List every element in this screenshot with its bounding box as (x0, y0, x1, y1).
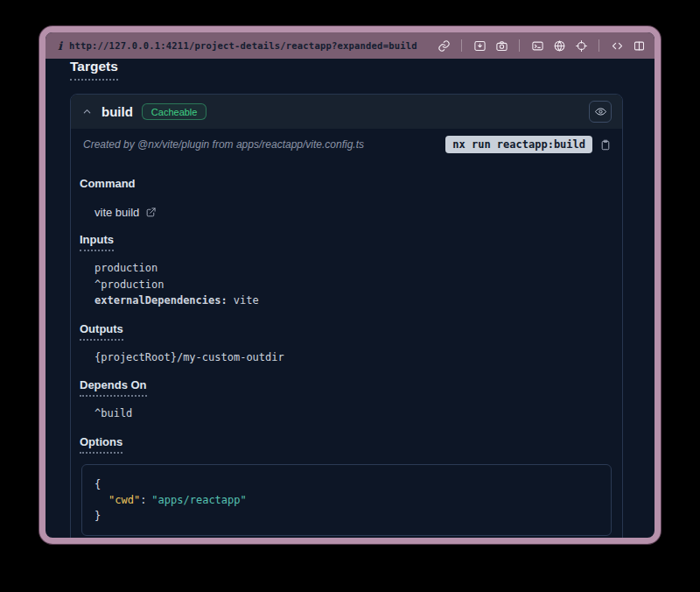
info-icon: i (58, 39, 62, 53)
section-inputs: Inputs (80, 233, 114, 251)
run-command-chip: nx run reactapp:build (445, 136, 592, 153)
toolbar: i http://127.0.0.1:4211/project-details/… (46, 32, 654, 59)
list-item: externalDependencies:vite (94, 292, 613, 309)
options-code-block: { "cwd":"apps/reactapp" } (81, 464, 612, 536)
section-options: Options (80, 435, 122, 454)
outputs-list: {projectRoot}/my-custom-outdir (94, 349, 613, 366)
list-item: ^production (94, 277, 613, 293)
screenshot-icon[interactable] (472, 39, 486, 53)
depends-on-list: ^build (94, 405, 613, 422)
created-by-text: Created by @nx/vite/plugin from apps/rea… (83, 138, 364, 151)
code-line: } (94, 508, 598, 524)
copy-icon[interactable] (599, 138, 612, 152)
list-item: {projectRoot}/my-custom-outdir (94, 349, 613, 366)
project-details-page: Targets build Cacheable Created by @nx/v… (46, 59, 654, 538)
terminal-icon[interactable] (530, 39, 544, 53)
section-depends-on: Depends On (80, 378, 147, 397)
toolbar-actions (437, 39, 646, 53)
link-icon[interactable] (437, 39, 451, 53)
code-icon[interactable] (610, 39, 624, 53)
chevron-up-icon[interactable] (81, 106, 93, 117)
created-by-row: Created by @nx/vite/plugin from apps/rea… (71, 129, 622, 159)
list-item: production (94, 260, 613, 277)
code-line: { (94, 476, 598, 492)
external-link-icon (145, 207, 157, 218)
globe-icon[interactable] (552, 39, 566, 53)
url-bar[interactable]: http://127.0.0.1:4211/project-details/re… (69, 40, 417, 51)
camera-icon[interactable] (494, 39, 508, 53)
target-name-build: build (102, 104, 133, 119)
command-link[interactable]: vite build (94, 206, 157, 219)
cacheable-badge: Cacheable (142, 103, 207, 120)
target-header-build[interactable]: build Cacheable (71, 95, 622, 129)
command-value: vite build (94, 206, 139, 219)
section-command: Command (80, 177, 136, 194)
code-line: "cwd":"apps/reactapp" (94, 492, 598, 508)
crosshair-icon[interactable] (574, 39, 588, 53)
inputs-list: production ^production externalDependenc… (94, 260, 613, 309)
toolbar-separator (598, 39, 599, 52)
target-card-build: build Cacheable Created by @nx/vite/plug… (70, 94, 623, 538)
split-view-icon[interactable] (632, 39, 646, 53)
view-target-button[interactable] (589, 101, 612, 123)
browser-window: i http://127.0.0.1:4211/project-details/… (39, 26, 661, 544)
target-details-build: Command vite build Inputs production ^pr… (71, 159, 622, 538)
toolbar-separator (519, 39, 520, 52)
page-title: Targets (70, 59, 118, 81)
toolbar-separator (461, 39, 462, 52)
list-item: ^build (94, 405, 613, 422)
section-outputs: Outputs (80, 322, 123, 341)
